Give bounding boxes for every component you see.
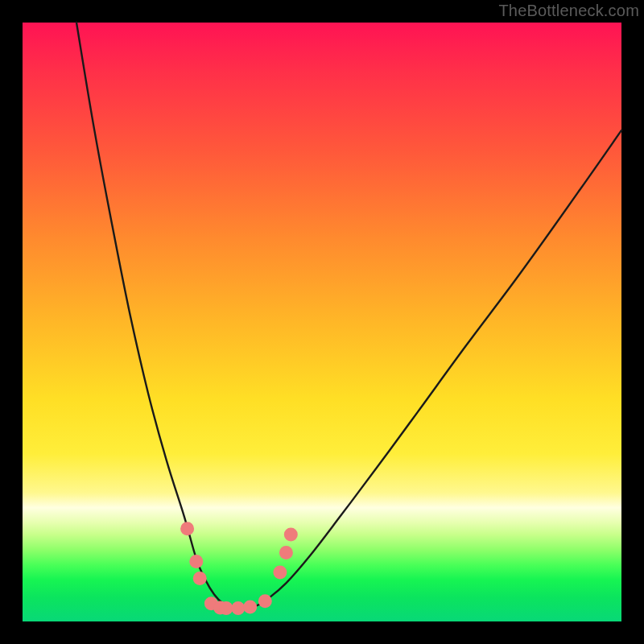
data-marker <box>284 528 298 542</box>
plot-area <box>23 23 621 621</box>
chart-frame: TheBottleneck.com <box>0 0 644 644</box>
bottleneck-curve <box>76 23 621 609</box>
data-marker <box>220 601 233 615</box>
watermark-text: TheBottleneck.com <box>498 2 639 20</box>
data-marker <box>243 601 257 614</box>
data-marker <box>279 546 293 559</box>
data-marker <box>258 594 272 608</box>
data-marker <box>193 572 207 585</box>
data-marker <box>273 566 287 580</box>
curve-layer <box>23 23 621 621</box>
data-marker <box>231 601 245 615</box>
data-marker <box>180 522 194 535</box>
data-markers <box>180 522 298 615</box>
data-marker <box>189 555 203 568</box>
